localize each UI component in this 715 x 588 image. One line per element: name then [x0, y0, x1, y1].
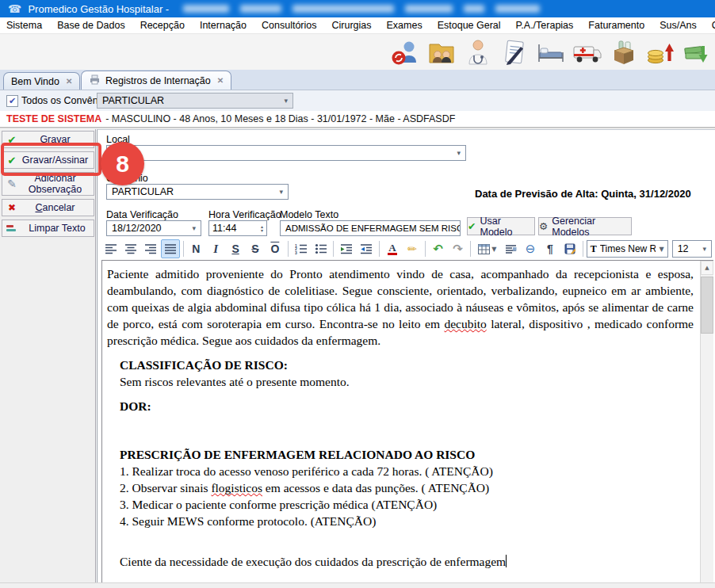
font-size-select[interactable]: 12 ▾	[672, 240, 712, 258]
chevron-down-icon: ▼	[659, 246, 663, 253]
toolbar-separator	[288, 241, 289, 257]
stock-icon[interactable]	[609, 38, 639, 67]
chevron-down-icon: ▾	[279, 188, 283, 196]
highlight-button[interactable]: ✏	[403, 239, 422, 258]
patients-folder-icon[interactable]	[426, 38, 457, 67]
convenio-filter-value: PARTICULAR	[102, 95, 164, 106]
usar-modelo-button[interactable]: ✔ Usar Modelo	[467, 217, 535, 235]
special-symbol-button[interactable]: ⊖	[521, 239, 540, 258]
annotation-step-badge: 8	[101, 142, 144, 185]
close-tab-icon[interactable]: ✕	[66, 77, 72, 86]
adicionar-observacao-button[interactable]: ✎Adicionar Observação	[2, 172, 94, 196]
align-left-button[interactable]	[101, 239, 120, 258]
spinner-arrows-icon[interactable]: ▴▾	[261, 224, 263, 232]
italic-button[interactable]: I	[206, 239, 225, 258]
gravar-button-label: Gravar	[21, 134, 94, 145]
cancel-icon: ✖	[2, 203, 21, 212]
limpar-texto-button-label: Limpar Texto	[25, 223, 94, 234]
patient-name: TESTE DE SISTEMA	[6, 113, 101, 124]
undo-button[interactable]: ↶	[429, 239, 448, 258]
outdent-button[interactable]	[357, 239, 376, 258]
usar-modelo-label: Usar Modelo	[480, 216, 534, 238]
hospital-bed-icon[interactable]	[536, 38, 566, 67]
prescription-icon[interactable]	[499, 38, 530, 67]
paragraph-marks-button[interactable]: ¶	[541, 239, 560, 258]
editor-paragraph: Sem riscos relevantes até o presente mom…	[107, 373, 694, 390]
ambulance-icon[interactable]	[572, 38, 602, 67]
misspelled-word: flogisticos	[211, 481, 262, 494]
scrollbar-thumb[interactable]	[701, 277, 713, 334]
sync-patient-icon[interactable]	[390, 38, 420, 67]
overline-button[interactable]: O	[266, 239, 285, 258]
redacted-segment	[240, 5, 281, 13]
font-icon: T	[591, 243, 597, 255]
gravar-assinar-button[interactable]: ✔Gravar/Assinar	[2, 151, 94, 169]
local-select[interactable]: ▾	[106, 145, 466, 161]
patient-details: - MASCULINO - 48 Anos, 10 Meses e 18 Dia…	[105, 113, 455, 124]
insert-table-button[interactable]: ▼	[474, 239, 500, 258]
blank-line	[107, 390, 694, 398]
previsao-alta-text: Data de Previsão de Alta: Quinta, 31/12/…	[475, 188, 691, 200]
rich-text-editor[interactable]: Paciente admitido proveniente do Pronto …	[101, 260, 713, 583]
numbered-list-button[interactable]: 123	[292, 239, 311, 258]
menu-faturamento[interactable]: Faturamento	[588, 20, 644, 31]
redacted-segment	[292, 5, 394, 13]
editor-paragraph: Ciente da necessidade de execução dos cu…	[107, 553, 694, 570]
redacted-segment	[464, 5, 484, 13]
align-justify-button[interactable]	[161, 239, 180, 258]
save-text-button[interactable]	[560, 239, 579, 258]
text-cursor	[506, 555, 507, 567]
chevron-down-icon: ▾	[457, 149, 461, 157]
align-right-button[interactable]	[141, 239, 160, 258]
redo-button[interactable]: ↷	[449, 239, 468, 258]
menu-cirurgias[interactable]: Cirurgias	[332, 20, 372, 31]
menu-consult-rios[interactable]: Consultórios	[262, 20, 316, 31]
bottom-strip	[0, 582, 715, 588]
window-title: Promedico Gestão Hospitalar -	[28, 3, 169, 15]
menu-sistema[interactable]: Sistema	[6, 20, 42, 31]
close-tab-icon[interactable]: ✕	[217, 76, 224, 85]
doctor-icon[interactable]	[463, 38, 493, 67]
menu-interna-o[interactable]: Internação	[200, 20, 247, 31]
menu-recep-o[interactable]: Recepção	[140, 20, 185, 31]
editor-paragraph: 2. Observar sinais flogisticos em acesso…	[107, 479, 694, 496]
gravar-button[interactable]: ✔Gravar	[2, 131, 94, 148]
blank-line	[107, 430, 694, 438]
registro-form-panel: Local ▾ Convenio PARTICULAR ▾ Data de Pr…	[97, 129, 715, 588]
menu-base-de-dados[interactable]: Base de Dados	[57, 20, 124, 31]
limpar-texto-button[interactable]: Limpar Texto	[2, 220, 94, 237]
bullet-list-button[interactable]	[312, 239, 331, 258]
data-verificacao-select[interactable]: 18/12/2020 ▾	[106, 220, 201, 236]
editor-scrollbar[interactable]: ▲	[700, 261, 713, 582]
convenio-filter-select[interactable]: PARTICULAR ▾	[97, 93, 293, 109]
tab-bem-vindo[interactable]: Bem Vindo ✕	[3, 72, 80, 90]
gear-icon: ⚙	[539, 220, 548, 232]
scroll-up-icon[interactable]: ▲	[701, 261, 713, 275]
menu-caixa[interactable]: Caixa	[712, 20, 715, 31]
align-center-button[interactable]	[121, 239, 140, 258]
convenio-select[interactable]: PARTICULAR ▾	[106, 184, 289, 200]
menu-exames[interactable]: Exames	[387, 20, 422, 31]
adicionar-observacao-button-label: Adicionar Observação	[21, 173, 94, 196]
revenue-up-icon[interactable]	[645, 38, 675, 67]
underline-button[interactable]: S	[226, 239, 245, 258]
menu-estoque-geral[interactable]: Estoque Geral	[438, 20, 501, 31]
modelo-texto-select[interactable]: ADMISSÃO DE ENFERMAGEM SEM RISCOS ▾	[280, 220, 461, 236]
hora-verificacao-spinner[interactable]: 11:44 ▴▾	[208, 220, 267, 236]
paragraph-format-button[interactable]	[501, 239, 520, 258]
menu-p-a-terapias[interactable]: P.A./Terapias	[516, 20, 574, 31]
check-icon: ✔	[2, 155, 21, 166]
gerenciar-modelos-button[interactable]: ⚙ Gerenciar Modelos	[538, 217, 632, 235]
font-name-select[interactable]: T Times New Roman ▼	[587, 240, 668, 258]
tab-registros-internacao[interactable]: Registros de Internação ✕	[81, 71, 231, 90]
check-icon: ✔	[2, 135, 21, 145]
menu-sus-ans[interactable]: Sus/Ans	[660, 20, 697, 31]
cash-down-icon[interactable]	[682, 38, 712, 67]
indent-button[interactable]	[337, 239, 356, 258]
todos-convenios-checkbox[interactable]: ✔	[6, 95, 18, 107]
bold-button[interactable]: N	[186, 239, 205, 258]
hora-verificacao-value: 11:44	[212, 223, 236, 234]
cancelar-button[interactable]: ✖Cancelar	[2, 199, 94, 216]
strikethrough-button[interactable]: S	[246, 239, 265, 258]
font-color-button[interactable]: A	[388, 242, 396, 255]
